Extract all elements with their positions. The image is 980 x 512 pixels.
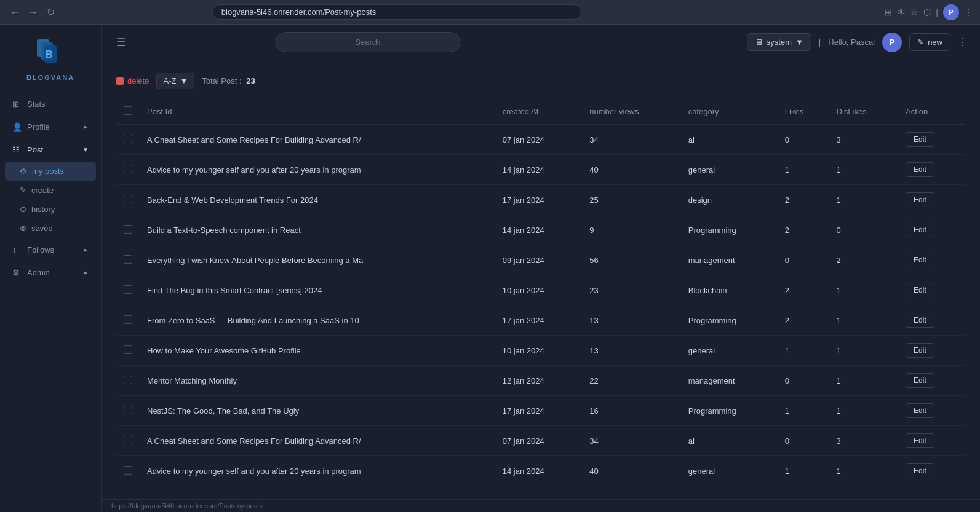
- row-dislikes: 3: [829, 125, 899, 155]
- row-checkbox-4[interactable]: [124, 255, 132, 264]
- row-post-id: Advice to my younger self and you after …: [140, 456, 495, 486]
- row-likes: 2: [778, 305, 829, 336]
- row-post-id: Back-End & Web Development Trends For 20…: [140, 185, 495, 215]
- row-created-at: 12 jan 2024: [495, 366, 583, 396]
- eye-icon[interactable]: 👁: [897, 7, 906, 17]
- edit-button-11[interactable]: Edit: [906, 463, 934, 478]
- edit-button-7[interactable]: Edit: [906, 343, 934, 358]
- sidebar-item-profile[interactable]: 👤 Profile ►: [0, 116, 101, 138]
- saved-label: saved: [31, 224, 53, 233]
- row-checkbox-cell: [116, 366, 140, 396]
- hamburger-menu-button[interactable]: ☰: [114, 33, 129, 52]
- edit-button-4[interactable]: Edit: [906, 253, 934, 267]
- stats-icon: ⊞: [12, 100, 22, 109]
- sidebar-item-follows[interactable]: ↕ Follows ►: [0, 239, 101, 261]
- star-icon[interactable]: ☆: [910, 7, 918, 17]
- sidebar-item-admin[interactable]: ⚙ Admin ►: [0, 262, 101, 283]
- new-button[interactable]: ✎ new: [909, 33, 950, 51]
- row-action: Edit: [898, 336, 965, 366]
- refresh-button[interactable]: ↻: [44, 5, 57, 19]
- row-likes: 1: [778, 456, 829, 486]
- post-submenu: ⚙ my posts ✎ create ⊙ history ⊚ saved: [0, 162, 101, 238]
- row-checkbox-9[interactable]: [124, 406, 132, 414]
- follows-label: Follows: [27, 245, 54, 254]
- row-created-at: 14 jan 2024: [495, 456, 583, 486]
- edit-button-1[interactable]: Edit: [906, 162, 934, 177]
- row-checkbox-7[interactable]: [124, 345, 132, 354]
- separator: |: [936, 7, 938, 17]
- status-url: https://blogvana-5l46.onrender.com/Post-…: [111, 502, 263, 510]
- edit-button-6[interactable]: Edit: [906, 313, 934, 328]
- extensions-icon[interactable]: ⬡: [923, 7, 931, 17]
- col-action: Action: [898, 99, 965, 125]
- menu-icon[interactable]: ⋮: [964, 7, 973, 17]
- sidebar-sub-item-history[interactable]: ⊙ history: [0, 200, 101, 219]
- row-views: 9: [582, 215, 680, 245]
- sidebar-item-post[interactable]: ☷ Post ▼: [0, 139, 101, 160]
- cast-icon[interactable]: ⊞: [885, 7, 892, 17]
- row-action: Edit: [898, 456, 965, 486]
- row-checkbox-cell: [116, 396, 140, 426]
- sidebar-item-stats[interactable]: ⊞ Stats: [0, 93, 101, 115]
- sort-value: A-Z: [163, 76, 176, 85]
- forward-button[interactable]: →: [26, 6, 41, 19]
- select-all-header: [116, 99, 140, 125]
- topbar: ☰ 🖥 system ▼ | Hello, Pascal P ✎ new ⋮: [102, 25, 980, 60]
- browser-nav-buttons: ← → ↻: [7, 5, 57, 19]
- row-category: general: [681, 456, 778, 486]
- delete-button[interactable]: delete: [116, 76, 149, 85]
- sidebar-sub-item-create[interactable]: ✎ create: [0, 181, 101, 200]
- edit-button-8[interactable]: Edit: [906, 373, 934, 388]
- row-post-id: Find The Bug in this Smart Contract [ser…: [140, 275, 495, 305]
- table-row: Advice to my younger self and you after …: [116, 155, 965, 185]
- row-post-id: From Zero to SaaS — Building And Launchi…: [140, 305, 495, 336]
- browser-profile[interactable]: P: [943, 4, 959, 20]
- logo-text: BLOGVANA: [26, 74, 74, 81]
- post-icon: ☷: [12, 145, 22, 154]
- back-button[interactable]: ←: [7, 6, 22, 19]
- row-category: ai: [681, 125, 778, 155]
- post-label: Post: [27, 145, 43, 154]
- content-area: delete A-Z ▼ Total Post : 23: [102, 60, 980, 499]
- search-input[interactable]: [276, 32, 460, 52]
- edit-button-3[interactable]: Edit: [906, 223, 934, 237]
- row-checkbox-10[interactable]: [124, 436, 132, 444]
- row-checkbox-2[interactable]: [124, 195, 132, 203]
- edit-button-5[interactable]: Edit: [906, 283, 934, 297]
- row-post-id: How to Make Your Awesome GitHub Profile: [140, 336, 495, 366]
- row-dislikes: 3: [829, 426, 899, 456]
- table-body: A Cheat Sheet and Some Recipes For Build…: [116, 125, 965, 486]
- sidebar-sub-item-myposts[interactable]: ⚙ my posts: [5, 162, 96, 181]
- edit-button-9[interactable]: Edit: [906, 403, 934, 418]
- row-checkbox-8[interactable]: [124, 376, 132, 384]
- edit-button-2[interactable]: Edit: [906, 192, 934, 207]
- row-views: 34: [582, 426, 680, 456]
- row-checkbox-3[interactable]: [124, 225, 132, 234]
- row-created-at: 10 jan 2024: [495, 336, 583, 366]
- stats-label: Stats: [27, 100, 46, 109]
- row-views: 40: [582, 456, 680, 486]
- admin-label: Admin: [27, 268, 50, 277]
- row-views: 23: [582, 275, 680, 305]
- system-dropdown[interactable]: 🖥 system ▼: [747, 33, 811, 51]
- row-checkbox-cell: [116, 305, 140, 336]
- row-checkbox-5[interactable]: [124, 285, 132, 294]
- edit-icon: ✎: [917, 37, 924, 47]
- select-all-checkbox[interactable]: [124, 106, 132, 115]
- profile-label: Profile: [27, 122, 50, 132]
- table-row: Advice to my younger self and you after …: [116, 456, 965, 486]
- row-likes: 1: [778, 336, 829, 366]
- address-bar[interactable]: [212, 4, 581, 20]
- user-avatar[interactable]: P: [882, 33, 902, 52]
- topbar-more-icon[interactable]: ⋮: [958, 36, 968, 48]
- table-row: Find The Bug in this Smart Contract [ser…: [116, 275, 965, 305]
- edit-button-0[interactable]: Edit: [906, 132, 934, 147]
- row-checkbox-6[interactable]: [124, 315, 132, 324]
- edit-button-10[interactable]: Edit: [906, 433, 934, 448]
- row-checkbox-1[interactable]: [124, 165, 132, 173]
- row-checkbox-0[interactable]: [124, 135, 132, 143]
- sort-dropdown[interactable]: A-Z ▼: [156, 73, 194, 89]
- sidebar-sub-item-saved[interactable]: ⊚ saved: [0, 219, 101, 238]
- row-checkbox-11[interactable]: [124, 466, 132, 475]
- row-checkbox-cell: [116, 125, 140, 155]
